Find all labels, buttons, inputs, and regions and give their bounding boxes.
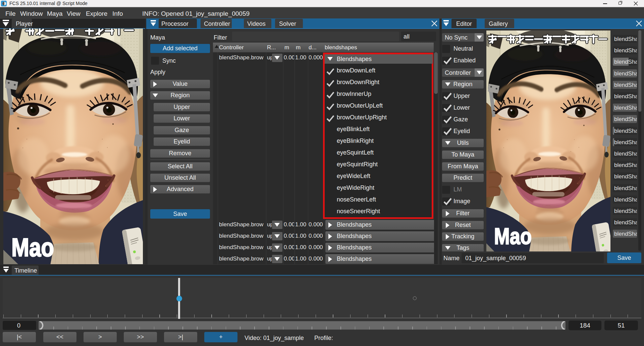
svg-text:Mao: Mao	[11, 233, 54, 262]
svg-text:Mao: Mao	[494, 223, 532, 249]
